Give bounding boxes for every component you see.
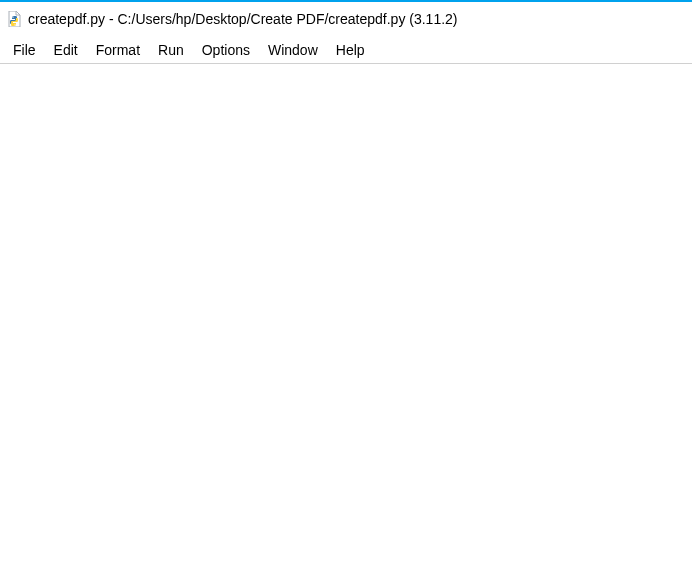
menu-run[interactable]: Run <box>149 40 193 60</box>
menu-bar: File Edit Format Run Options Window Help <box>0 36 692 64</box>
window-title: createpdf.py - C:/Users/hp/Desktop/Creat… <box>28 11 458 27</box>
menu-help[interactable]: Help <box>327 40 374 60</box>
menu-options[interactable]: Options <box>193 40 259 60</box>
svg-point-0 <box>12 17 13 18</box>
svg-point-1 <box>14 24 15 25</box>
title-bar: createpdf.py - C:/Users/hp/Desktop/Creat… <box>0 0 692 36</box>
menu-file[interactable]: File <box>4 40 45 60</box>
menu-window[interactable]: Window <box>259 40 327 60</box>
menu-format[interactable]: Format <box>87 40 149 60</box>
menu-edit[interactable]: Edit <box>45 40 87 60</box>
editor-area[interactable] <box>0 64 692 585</box>
python-file-icon <box>6 11 22 27</box>
